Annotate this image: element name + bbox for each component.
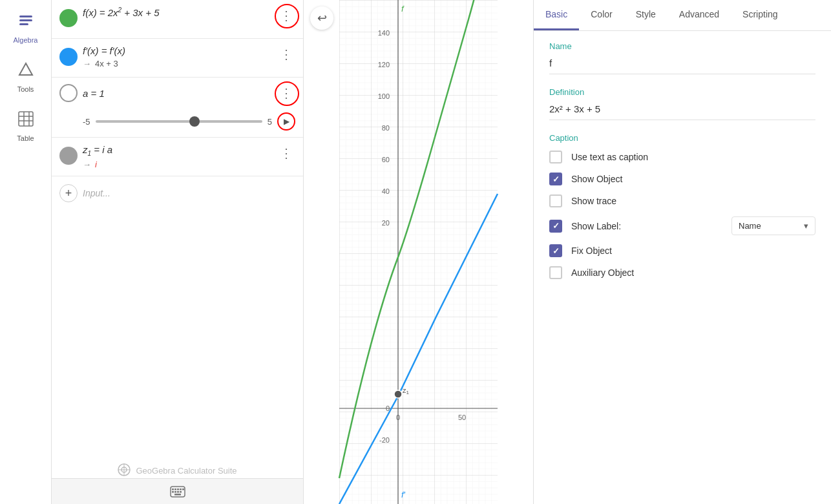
tab-color[interactable]: Color bbox=[579, 0, 624, 30]
sidebar-tools-label: Tools bbox=[17, 85, 34, 93]
a-formula: a = 1 bbox=[83, 88, 277, 99]
left-sidebar: Algebra Tools Table bbox=[0, 0, 52, 504]
svg-text:20: 20 bbox=[382, 219, 390, 227]
svg-text:140: 140 bbox=[378, 29, 390, 37]
a-content: a = 1 bbox=[83, 88, 277, 99]
svg-rect-17 bbox=[180, 488, 182, 490]
svg-rect-18 bbox=[182, 488, 184, 490]
z1-menu-button[interactable]: ⋮ bbox=[277, 144, 295, 162]
z1-arrow: → bbox=[83, 160, 91, 169]
caption-section: Caption Use text as caption Show Object … bbox=[549, 133, 815, 279]
name-section: Name f bbox=[549, 41, 815, 74]
tools-icon bbox=[17, 61, 35, 83]
definition-section: Definition 2x² + 3x + 5 bbox=[549, 87, 815, 120]
show-trace-checkbox[interactable] bbox=[549, 194, 562, 207]
sidebar-table-label: Table bbox=[17, 134, 34, 142]
svg-rect-1 bbox=[19, 19, 32, 21]
fix-object-row: Fix Object bbox=[549, 244, 815, 257]
name-label: Name bbox=[549, 41, 815, 51]
fpx-formula: f′(x) = f′(x) bbox=[83, 45, 272, 56]
show-trace-row: Show trace bbox=[549, 194, 815, 207]
tab-basic[interactable]: Basic bbox=[534, 0, 579, 30]
show-label-dropdown[interactable]: Name ▾ bbox=[731, 216, 815, 235]
a-color-icon bbox=[59, 84, 78, 102]
tab-scripting[interactable]: Scripting bbox=[731, 0, 789, 30]
algebra-icon bbox=[17, 12, 35, 34]
table-icon bbox=[17, 110, 35, 132]
undo-button[interactable]: ↩ bbox=[310, 6, 333, 30]
show-label-row: Show Label: Name ▾ bbox=[549, 216, 815, 235]
sidebar-item-tools[interactable]: Tools bbox=[3, 56, 48, 98]
graph-canvas: 140 120 100 80 60 40 20 0 -20 0 50 z1 f … bbox=[304, 0, 533, 504]
svg-text:f′: f′ bbox=[401, 490, 406, 499]
svg-text:-20: -20 bbox=[379, 436, 390, 444]
a-slider[interactable] bbox=[96, 120, 262, 123]
properties-content: Name f Definition 2x² + 3x + 5 Caption U… bbox=[534, 31, 831, 504]
auxiliary-object-checkbox[interactable] bbox=[549, 266, 562, 279]
caption-label: Caption bbox=[549, 133, 815, 143]
expression-z1: z1 = i a → i ⋮ bbox=[52, 138, 303, 176]
svg-text:100: 100 bbox=[378, 92, 390, 100]
svg-rect-23 bbox=[174, 494, 181, 496]
svg-text:120: 120 bbox=[378, 61, 390, 68]
svg-rect-4 bbox=[19, 112, 33, 126]
tabs-row: Basic Color Style Advanced Scripting bbox=[534, 0, 831, 31]
fpx-sub: → 4x + 3 bbox=[83, 59, 272, 68]
tab-style[interactable]: Style bbox=[624, 0, 668, 30]
a-menu-button[interactable]: ⋮ bbox=[277, 84, 295, 102]
fpx-menu-button[interactable]: ⋮ bbox=[277, 45, 295, 63]
fix-object-label: Fix Object bbox=[571, 246, 612, 256]
svg-text:60: 60 bbox=[382, 156, 390, 163]
use-text-caption-checkbox[interactable] bbox=[549, 151, 562, 163]
fpx-content: f′(x) = f′(x) → 4x + 3 bbox=[83, 45, 272, 68]
add-expression-button[interactable]: + bbox=[59, 184, 78, 202]
z1-value: i bbox=[95, 160, 97, 169]
sidebar-item-table[interactable]: Table bbox=[3, 105, 48, 147]
gg-label: GeoGebra Calculator Suite bbox=[136, 466, 237, 476]
fpx-arrow: → bbox=[83, 59, 91, 68]
show-object-checkbox[interactable] bbox=[549, 173, 562, 185]
fix-object-checkbox[interactable] bbox=[549, 244, 562, 257]
a-slider-row: -5 5 ▶ bbox=[83, 112, 295, 131]
slider-max: 5 bbox=[268, 117, 272, 127]
fx-color-icon bbox=[59, 9, 78, 27]
z1-formula: z1 = i a bbox=[83, 144, 272, 157]
show-trace-label: Show trace bbox=[571, 196, 616, 206]
z1-color-icon bbox=[59, 147, 78, 165]
input-placeholder[interactable]: Input... bbox=[83, 188, 110, 198]
svg-rect-16 bbox=[177, 488, 179, 490]
gg-logo bbox=[118, 463, 131, 478]
dropdown-value: Name bbox=[739, 221, 761, 231]
algebra-panel: f(x) = 2x2 + 3x + 5 ⋮ f′(x) = f′(x) → 4x… bbox=[52, 0, 304, 504]
svg-rect-14 bbox=[172, 488, 174, 490]
show-label-checkbox[interactable] bbox=[549, 220, 562, 233]
svg-rect-15 bbox=[174, 488, 176, 490]
show-object-row: Show Object bbox=[549, 173, 815, 185]
svg-rect-26 bbox=[339, 0, 498, 504]
auxiliary-object-label: Auxiliary Object bbox=[571, 268, 634, 278]
slider-min: -5 bbox=[83, 117, 90, 127]
z1-content: z1 = i a → i bbox=[83, 144, 272, 169]
svg-rect-19 bbox=[172, 491, 174, 493]
a-play-button[interactable]: ▶ bbox=[277, 112, 295, 131]
svg-rect-2 bbox=[19, 23, 28, 25]
name-value: f bbox=[549, 55, 815, 74]
fx-menu-button[interactable]: ⋮ bbox=[277, 6, 295, 25]
undo-icon: ↩ bbox=[317, 11, 327, 25]
show-label-label: Show Label: bbox=[571, 221, 621, 231]
input-row: + Input... bbox=[52, 176, 303, 210]
fpx-value: 4x + 3 bbox=[95, 59, 118, 68]
svg-text:40: 40 bbox=[382, 187, 390, 195]
geogebra-footer: GeoGebra Calculator Suite bbox=[52, 463, 303, 478]
fx-formula: f(x) = 2x2 + 3x + 5 bbox=[83, 6, 272, 18]
expression-fpx: f′(x) = f′(x) → 4x + 3 ⋮ bbox=[52, 39, 303, 78]
graph-area[interactable]: ↩ 140 120 100 80 60 40 20 0 -20 0 bbox=[304, 0, 534, 504]
svg-rect-22 bbox=[180, 491, 182, 493]
fpx-color-icon bbox=[59, 48, 78, 66]
sidebar-item-algebra[interactable]: Algebra bbox=[3, 6, 48, 49]
keyboard-button[interactable] bbox=[52, 478, 303, 504]
definition-value: 2x² + 3x + 5 bbox=[549, 101, 815, 120]
fx-content: f(x) = 2x2 + 3x + 5 bbox=[83, 6, 272, 18]
tab-advanced[interactable]: Advanced bbox=[668, 0, 731, 30]
expression-fx: f(x) = 2x2 + 3x + 5 ⋮ bbox=[52, 0, 303, 39]
